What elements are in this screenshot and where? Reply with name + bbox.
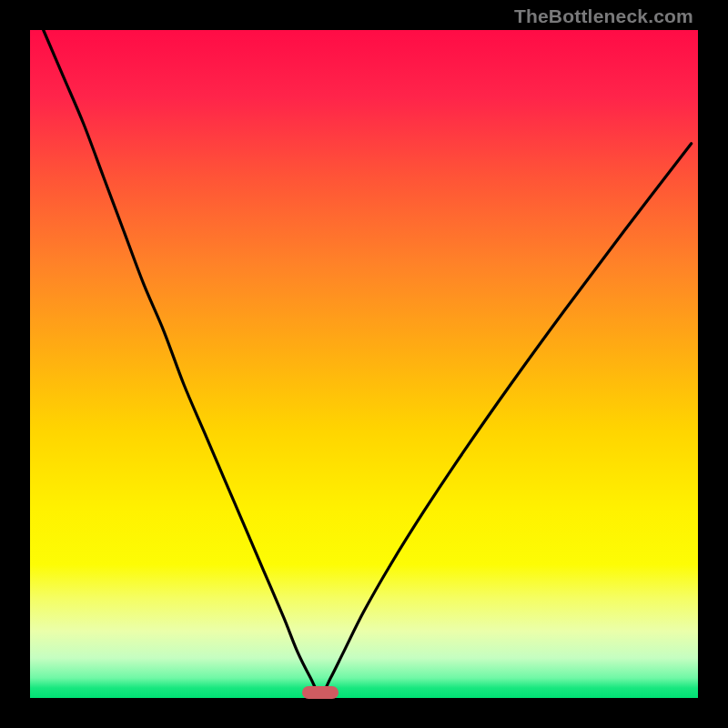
bottleneck-curve: [30, 30, 698, 698]
watermark-text: TheBottleneck.com: [514, 5, 693, 27]
minimum-marker: [302, 686, 339, 699]
plot-area: [30, 30, 698, 698]
chart-frame: TheBottleneck.com: [0, 0, 728, 728]
